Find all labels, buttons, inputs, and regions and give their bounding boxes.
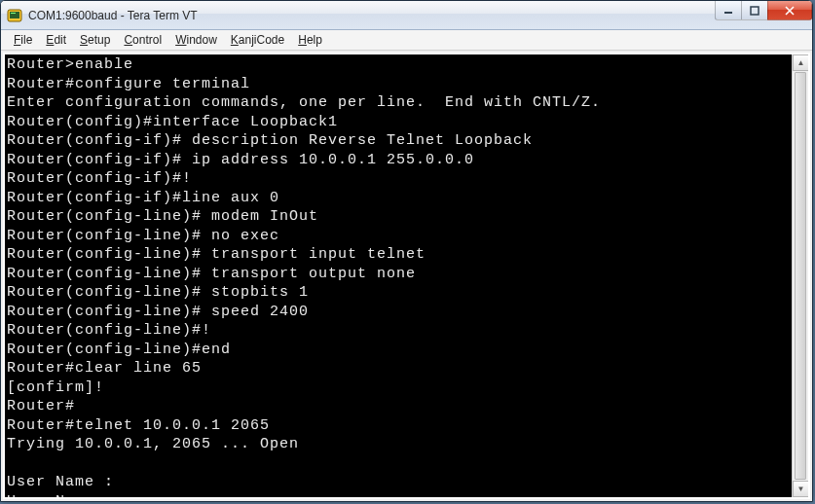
- terminal-container: Router>enable Router#configure terminal …: [3, 53, 810, 499]
- app-window: COM1:9600baud - Tera Term VT File Edit S…: [0, 0, 813, 502]
- chevron-up-icon: ▲: [797, 58, 805, 67]
- terminal-output[interactable]: Router>enable Router#configure terminal …: [5, 54, 792, 497]
- svg-rect-3: [724, 12, 732, 14]
- maximize-button[interactable]: [741, 1, 768, 20]
- svg-rect-2: [11, 13, 16, 14]
- menubar: File Edit Setup Control Window KanjiCode…: [1, 30, 812, 51]
- scroll-up-button[interactable]: ▲: [793, 54, 809, 71]
- maximize-icon: [750, 6, 759, 16]
- svg-rect-4: [751, 7, 759, 15]
- window-title: COM1:9600baud - Tera Term VT: [28, 9, 198, 22]
- menu-kanjicode[interactable]: KanjiCode: [224, 31, 291, 49]
- close-icon: [784, 6, 796, 16]
- close-button[interactable]: [767, 1, 812, 20]
- minimize-button[interactable]: [715, 1, 742, 20]
- menu-control[interactable]: Control: [117, 31, 168, 49]
- menu-window[interactable]: Window: [168, 31, 224, 49]
- minimize-icon: [723, 6, 733, 16]
- menu-edit[interactable]: Edit: [39, 31, 73, 49]
- app-icon: [7, 8, 22, 23]
- vertical-scrollbar[interactable]: ▲ ▼: [792, 54, 808, 497]
- titlebar[interactable]: COM1:9600baud - Tera Term VT: [1, 1, 812, 30]
- menu-help[interactable]: Help: [291, 31, 329, 49]
- scrollbar-thumb[interactable]: [795, 72, 806, 480]
- menu-file[interactable]: File: [7, 31, 39, 49]
- chevron-down-icon: ▼: [797, 485, 805, 493]
- menu-setup[interactable]: Setup: [73, 31, 117, 49]
- window-controls: [716, 1, 812, 20]
- scroll-down-button[interactable]: ▼: [793, 481, 809, 497]
